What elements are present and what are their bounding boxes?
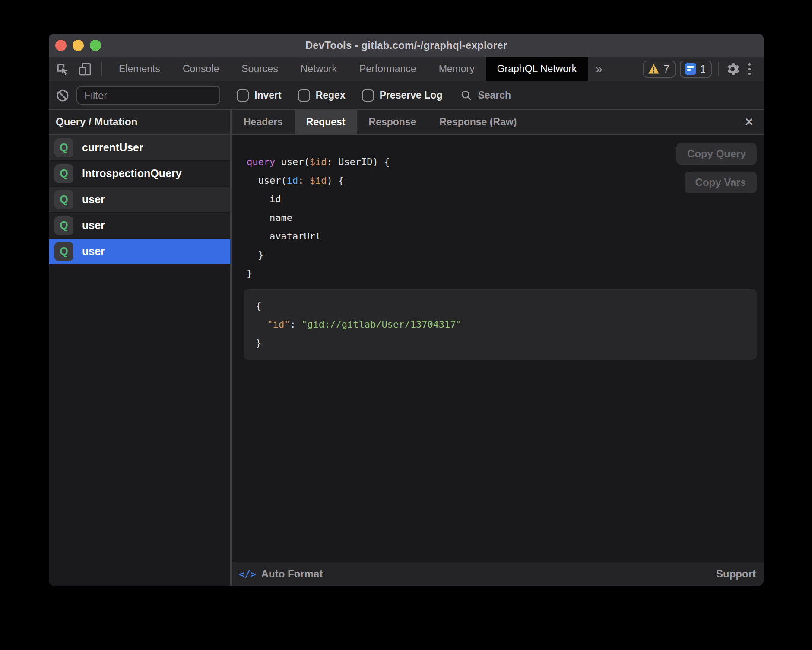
copy-query-button[interactable]: Copy Query (676, 143, 757, 165)
search-icon (460, 89, 473, 102)
devtools-tab-sources[interactable]: Sources (230, 57, 289, 81)
code-line: avatarUrl (247, 227, 764, 245)
title-bar: DevTools - gitlab.com/-/graphql-explorer (49, 34, 764, 57)
query-type-badge: Q (54, 242, 73, 261)
query-list-item-user[interactable]: Quser (49, 213, 230, 239)
devtools-tab-performance[interactable]: Performance (348, 57, 428, 81)
request-tab-content: query user($id: UserID) { user(id: $id) … (232, 135, 764, 562)
query-name: user (82, 193, 105, 206)
search-control[interactable]: Search (460, 89, 511, 102)
devtools-tab-network[interactable]: Network (289, 57, 348, 81)
message-count: 1 (700, 63, 706, 75)
code-line: } (247, 245, 764, 264)
query-list-header: Query / Mutation (49, 110, 230, 135)
request-tab-response-raw[interactable]: Response (Raw) (428, 110, 528, 134)
devtools-window: DevTools - gitlab.com/-/graphql-explorer… (49, 34, 764, 586)
warning-count: 7 (663, 63, 669, 75)
filter-input[interactable] (76, 86, 220, 105)
message-icon (685, 63, 696, 75)
invert-checkbox[interactable] (237, 89, 249, 102)
preserve-log-checkbox[interactable] (362, 89, 374, 102)
zoom-window-button[interactable] (90, 40, 101, 51)
query-list-item-currentuser[interactable]: QcurrentUser (49, 135, 230, 161)
query-variables-code: { "id": "gid://gitlab/User/13704317"} (256, 296, 745, 352)
inspect-element-icon[interactable] (55, 61, 70, 77)
toolbar-divider (102, 62, 102, 76)
code-line: "id": "gid://gitlab/User/13704317" (256, 315, 745, 334)
query-name: IntrospectionQuery (82, 167, 182, 180)
request-tab-bar: HeadersRequestResponseResponse (Raw)✕ (232, 110, 764, 135)
toolbar-right: 7 1 (643, 57, 764, 81)
query-name: user (82, 245, 105, 258)
devtools-tab-bar: ElementsConsoleSourcesNetworkPerformance… (108, 57, 588, 81)
support-link[interactable]: Support (716, 568, 756, 580)
close-window-button[interactable] (55, 40, 67, 51)
regex-checkbox[interactable] (298, 89, 310, 102)
request-detail-panel: HeadersRequestResponseResponse (Raw)✕ qu… (232, 110, 764, 586)
invert-label: Invert (254, 89, 282, 101)
query-list-item-introspectionquery[interactable]: QIntrospectionQuery (49, 161, 230, 187)
devtools-tab-memory[interactable]: Memory (428, 57, 486, 81)
messages-badge[interactable]: 1 (680, 61, 712, 78)
more-tabs-icon[interactable]: » (588, 57, 610, 81)
filter-option-regex: Regex (298, 89, 346, 102)
request-tab-response[interactable]: Response (357, 110, 428, 134)
query-list: QcurrentUserQIntrospectionQueryQuserQuse… (49, 135, 230, 586)
code-line: name (247, 208, 764, 227)
query-type-badge: Q (54, 190, 73, 209)
minimize-window-button[interactable] (73, 40, 84, 51)
settings-gear-icon[interactable] (725, 61, 740, 77)
query-type-badge: Q (54, 216, 73, 235)
search-label: Search (478, 89, 511, 101)
more-options-kebab-icon[interactable] (745, 63, 754, 75)
traffic-lights (55, 40, 101, 51)
devtools-toolbar: ElementsConsoleSourcesNetworkPerformance… (49, 57, 764, 81)
copy-vars-button[interactable]: Copy Vars (685, 172, 757, 193)
warnings-badge[interactable]: 7 (643, 61, 675, 78)
filter-bar: InvertRegexPreserve Log Search (49, 81, 764, 110)
auto-format-control[interactable]: </> Auto Format (239, 568, 323, 580)
filter-checkboxes: InvertRegexPreserve Log (220, 89, 442, 102)
regex-label: Regex (316, 89, 346, 101)
query-name: currentUser (82, 141, 143, 154)
query-type-badge: Q (54, 164, 73, 183)
query-list-panel: Query / Mutation QcurrentUserQIntrospect… (49, 110, 230, 586)
query-type-badge: Q (54, 138, 73, 157)
code-line: } (247, 264, 764, 283)
query-name: user (82, 219, 105, 232)
copy-buttons: Copy Query Copy Vars (676, 143, 757, 193)
devtools-tab-graphql-network[interactable]: GraphQL Network (486, 57, 588, 81)
auto-format-label: Auto Format (261, 568, 323, 580)
toolbar-left-icons (49, 57, 104, 81)
device-toolbar-icon[interactable] (77, 61, 93, 77)
close-panel-icon[interactable]: ✕ (735, 110, 764, 134)
query-variables-box: { "id": "gid://gitlab/User/13704317"} (244, 289, 757, 360)
warning-triangle-icon (648, 64, 660, 74)
filter-option-invert: Invert (237, 89, 282, 102)
devtools-tab-elements[interactable]: Elements (108, 57, 171, 81)
window-title: DevTools - gitlab.com/-/graphql-explorer (305, 39, 508, 51)
toolbar-divider (718, 62, 719, 76)
clear-block-icon[interactable] (55, 88, 70, 103)
panel-footer: </> Auto Format Support (232, 562, 764, 586)
devtools-tab-console[interactable]: Console (171, 57, 230, 81)
code-brackets-icon: </> (239, 569, 256, 580)
request-tab-headers[interactable]: Headers (232, 110, 295, 134)
query-list-item-user[interactable]: Quser (49, 239, 230, 264)
filter-option-preserve-log: Preserve Log (362, 89, 443, 102)
code-line: } (256, 334, 745, 352)
request-tab-request[interactable]: Request (295, 110, 357, 134)
query-list-item-user[interactable]: Quser (49, 187, 230, 213)
code-line: { (256, 296, 745, 315)
preserve-log-label: Preserve Log (380, 89, 443, 101)
